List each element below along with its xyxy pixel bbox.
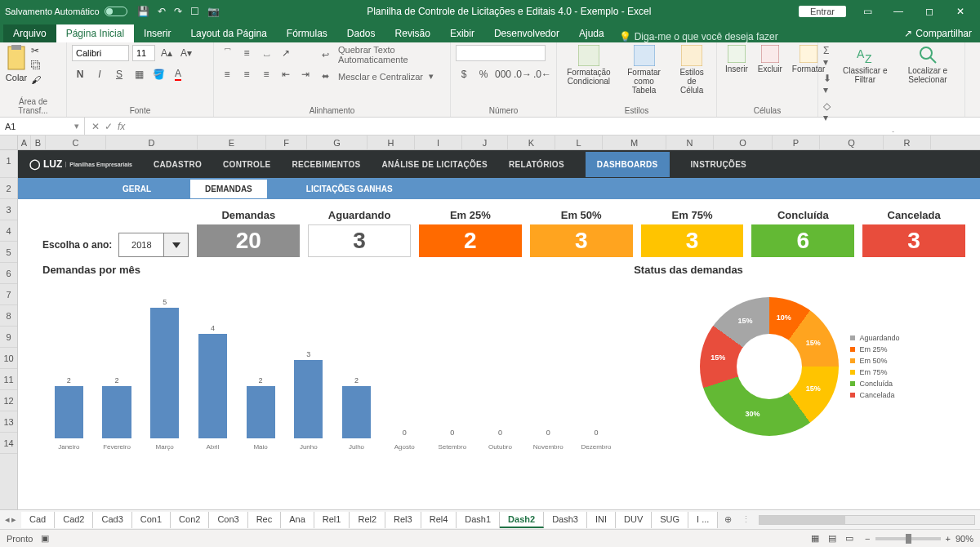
insert-cells-button[interactable]: Inserir: [722, 45, 751, 73]
sheet-tab-Con3[interactable]: Con3: [209, 512, 247, 528]
column-header[interactable]: H: [368, 136, 415, 149]
year-picker[interactable]: 2018: [118, 233, 189, 257]
merge-button[interactable]: ⬌ Mesclar e Centralizar ▾: [322, 71, 445, 82]
align-right-icon[interactable]: ≡: [258, 66, 274, 82]
tab-formulas[interactable]: Fórmulas: [277, 24, 337, 42]
sheet-tab-Cad3[interactable]: Cad3: [93, 512, 131, 528]
tab-layout[interactable]: Layout da Página: [180, 24, 276, 42]
tab-pagina-inicial[interactable]: Página Inicial: [56, 24, 134, 42]
accept-formula-icon[interactable]: ✓: [105, 121, 113, 132]
row-header[interactable]: 7: [0, 284, 17, 305]
underline-icon[interactable]: S: [111, 66, 127, 82]
row-header[interactable]: 5: [0, 242, 17, 263]
formula-input[interactable]: [131, 122, 980, 131]
new-sheet-button[interactable]: ⊕: [718, 514, 738, 525]
sheet-tab-INI[interactable]: INI: [587, 512, 616, 528]
sheet-tab-Rel4[interactable]: Rel4: [421, 512, 457, 528]
tell-me-search[interactable]: 💡 Diga-me o que você deseja fazer: [619, 31, 778, 42]
row-header[interactable]: 14: [0, 433, 17, 454]
sheet-tab-I ...[interactable]: I ...: [688, 512, 718, 528]
nav-item-análise de licitações[interactable]: ANÁLISE DE LICITAÇÕES: [382, 160, 488, 169]
sheet-tab-Rel3[interactable]: Rel3: [385, 512, 421, 528]
grow-font-icon[interactable]: A▴: [158, 45, 175, 61]
column-header[interactable]: K: [508, 136, 555, 149]
subnav-item-0[interactable]: GERAL: [108, 180, 166, 198]
subnav-item-1[interactable]: DEMANDAS: [190, 180, 267, 198]
row-header[interactable]: 2: [0, 178, 17, 199]
nav-item-recebimentos[interactable]: RECEBIMENTOS: [292, 160, 361, 169]
save-icon[interactable]: 💾: [137, 6, 149, 17]
sheet-tab-Dash2[interactable]: Dash2: [500, 512, 544, 528]
find-select-button[interactable]: Localizar e Selecionar: [896, 45, 960, 84]
sheet-tab-Rel1[interactable]: Rel1: [314, 512, 350, 528]
select-all-corner[interactable]: [0, 136, 18, 150]
clear-icon[interactable]: ◇ ▾: [823, 100, 835, 123]
zoom-out-icon[interactable]: −: [865, 534, 870, 544]
sheet-tab-Rec[interactable]: Rec: [248, 512, 282, 528]
page-break-view-icon[interactable]: ▭: [842, 531, 857, 544]
fx-icon[interactable]: fx: [118, 121, 125, 132]
row-header[interactable]: 1: [0, 150, 17, 178]
sheet-tab-DUV[interactable]: DUV: [616, 512, 652, 528]
sheet-tab-Dash1[interactable]: Dash1: [457, 512, 500, 528]
column-header[interactable]: N: [666, 136, 714, 149]
format-table-button[interactable]: Formatar como Tabela: [619, 45, 669, 95]
align-center-icon[interactable]: ≡: [238, 66, 255, 82]
undo-icon[interactable]: ↶: [158, 6, 166, 17]
column-header[interactable]: O: [714, 136, 773, 149]
tab-revisao[interactable]: Revisão: [385, 24, 440, 42]
sheet-tab-Rel2[interactable]: Rel2: [350, 512, 385, 528]
sheet-tab-Con1[interactable]: Con1: [132, 512, 171, 528]
macro-record-icon[interactable]: ▣: [41, 533, 49, 544]
borders-icon[interactable]: ▦: [131, 66, 147, 82]
column-header[interactable]: R: [884, 136, 931, 149]
italic-icon[interactable]: I: [91, 66, 108, 82]
cell-styles-button[interactable]: Estilos de Célula: [672, 45, 711, 95]
normal-view-icon[interactable]: ▦: [808, 531, 822, 544]
column-header[interactable]: D: [106, 136, 198, 149]
align-middle-icon[interactable]: ≡: [238, 45, 255, 61]
share-button[interactable]: ↗ Compartilhar: [896, 24, 980, 42]
column-header[interactable]: J: [462, 136, 508, 149]
indent-icon[interactable]: ⇥: [297, 66, 314, 82]
row-header[interactable]: 3: [0, 199, 17, 220]
sheet-tab-Ana[interactable]: Ana: [281, 512, 314, 528]
name-box[interactable]: A1▾: [0, 118, 85, 136]
autosave-toggle[interactable]: Salvamento Automático: [5, 7, 127, 16]
zoom-in-icon[interactable]: +: [946, 534, 951, 544]
column-header[interactable]: A: [18, 136, 31, 149]
comma-icon[interactable]: 000: [495, 66, 511, 82]
sheet-tab-SUG[interactable]: SUG: [652, 512, 688, 528]
column-header[interactable]: C: [46, 136, 106, 149]
wrap-text-button[interactable]: ↩ Quebrar Texto Automaticamente: [322, 45, 445, 64]
column-header[interactable]: L: [555, 136, 603, 149]
tab-exibir[interactable]: Exibir: [440, 24, 484, 42]
nav-item-dashboards[interactable]: DASHBOARDS: [586, 152, 670, 177]
column-header[interactable]: I: [415, 136, 462, 149]
bold-icon[interactable]: N: [72, 66, 88, 82]
minimize-icon[interactable]: —: [884, 2, 913, 20]
orientation-icon[interactable]: ↗: [278, 45, 294, 61]
row-header[interactable]: 6: [0, 263, 17, 284]
camera-icon[interactable]: 📷: [207, 6, 220, 17]
font-color-icon[interactable]: A: [170, 66, 186, 82]
sheet-tab-Dash3[interactable]: Dash3: [544, 512, 587, 528]
autosum-icon[interactable]: Σ ▾: [823, 45, 835, 68]
column-header[interactable]: B: [31, 136, 46, 149]
tab-arquivo[interactable]: Arquivo: [3, 24, 56, 42]
align-top-icon[interactable]: ⎴: [219, 45, 235, 61]
tab-ajuda[interactable]: Ajuda: [569, 24, 614, 42]
row-header[interactable]: 12: [0, 390, 17, 411]
row-header[interactable]: 8: [0, 305, 17, 327]
column-header[interactable]: F: [266, 136, 307, 149]
copy-icon[interactable]: ⿻: [31, 60, 41, 71]
cancel-formula-icon[interactable]: ✕: [91, 121, 100, 132]
column-headers[interactable]: ABCDEFGHIJKLMNOPQR: [18, 136, 980, 150]
nav-item-relatórios[interactable]: RELATÓRIOS: [509, 160, 564, 169]
fill-color-icon[interactable]: 🪣: [150, 66, 167, 82]
subnav-item-2[interactable]: LICITAÇÕES GANHAS: [292, 180, 408, 198]
align-bottom-icon[interactable]: ⎵: [258, 45, 274, 61]
format-painter-icon[interactable]: 🖌: [31, 74, 41, 86]
column-header[interactable]: E: [198, 136, 266, 149]
horizontal-scrollbar[interactable]: [759, 515, 975, 525]
